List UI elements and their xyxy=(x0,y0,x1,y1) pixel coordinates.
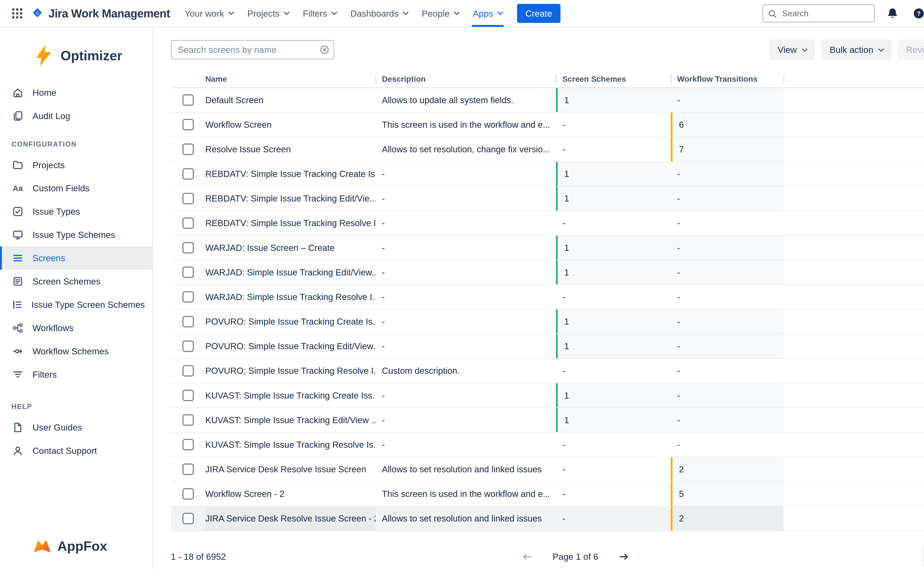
sidebar-nav: HomeAudit LogCONFIGURATIONProjectsAaCust… xyxy=(0,81,152,463)
table-body: Default Screen Allows to update all syst… xyxy=(171,88,924,531)
clear-search-icon[interactable] xyxy=(319,44,330,55)
issue-types-icon xyxy=(11,205,24,218)
table-row[interactable]: Default Screen Allows to update all syst… xyxy=(171,88,924,113)
table-row[interactable]: REBDATV: Simple Issue Tracking Edit/Vie.… xyxy=(171,187,924,211)
screen-description: This screen is used in the workflow and … xyxy=(375,113,556,137)
row-checkbox-cell xyxy=(171,113,205,137)
notifications-bell-icon[interactable] xyxy=(884,5,901,22)
sidebar-item-custom-fields[interactable]: AaCustom Fields xyxy=(0,176,152,200)
row-checkbox[interactable] xyxy=(182,218,194,229)
sidebar-item-label: Workflows xyxy=(32,323,73,333)
screen-schemes-value: - xyxy=(556,359,671,383)
screen-schemes-value: - xyxy=(556,137,671,161)
screen-schemes-value: 1 xyxy=(556,408,671,432)
top-navigation: Jira Work Management Your workProjectsFi… xyxy=(0,0,924,27)
header-name: Name xyxy=(205,71,375,87)
row-filler xyxy=(784,482,924,506)
nav-item-filters[interactable]: Filters xyxy=(296,0,343,27)
nav-search-input[interactable] xyxy=(763,5,875,22)
row-checkbox[interactable] xyxy=(182,365,194,377)
review-changes-button[interactable]: Review changes xyxy=(898,40,924,60)
table-row[interactable]: WARJAD: Issue Screen – Create - 1 - xyxy=(171,236,924,260)
row-checkbox-cell xyxy=(171,285,205,309)
create-button[interactable]: Create xyxy=(517,4,561,23)
row-checkbox[interactable] xyxy=(182,119,194,130)
row-checkbox[interactable] xyxy=(182,242,194,253)
previous-page-arrow-icon[interactable] xyxy=(518,548,536,566)
row-checkbox[interactable] xyxy=(182,316,194,327)
table-row[interactable]: WARJAD: Simple Issue Tracking Edit/View.… xyxy=(171,260,924,285)
next-page-arrow-icon[interactable] xyxy=(615,548,633,566)
jira-logo[interactable]: Jira Work Management xyxy=(27,0,178,27)
sidebar-item-user-guides[interactable]: User Guides xyxy=(0,416,152,439)
screen-description: Allows to set resolution and linked issu… xyxy=(375,457,556,481)
row-checkbox[interactable] xyxy=(182,266,194,278)
sidebar-item-projects[interactable]: Projects xyxy=(0,154,152,177)
sidebar-item-issue-type-screen-schemes[interactable]: Issue Type Screen Schemes xyxy=(0,293,152,316)
row-checkbox[interactable] xyxy=(182,439,194,450)
row-checkbox[interactable] xyxy=(182,143,194,155)
sidebar-item-label: Contact Support xyxy=(32,446,97,456)
sidebar-item-issue-type-schemes[interactable]: Issue Type Schemes xyxy=(0,223,152,246)
row-checkbox[interactable] xyxy=(182,414,194,426)
sidebar-item-screen-schemes[interactable]: Screen Schemes xyxy=(0,270,152,293)
table-row[interactable]: KUVAST: Simple Issue Tracking Resolve Is… xyxy=(171,432,924,457)
nav-item-label: Filters xyxy=(303,8,327,19)
table-row[interactable]: Resolve Issue Screen Allows to set resol… xyxy=(171,137,924,162)
row-checkbox[interactable] xyxy=(182,488,194,500)
table-row[interactable]: KUVAST: Simple Issue Tracking Create Iss… xyxy=(171,383,924,408)
nav-item-your-work[interactable]: Your work xyxy=(178,0,240,27)
row-checkbox[interactable] xyxy=(182,94,194,106)
row-filler xyxy=(784,113,924,137)
sidebar-item-workflows[interactable]: Workflows xyxy=(0,316,152,339)
row-checkbox[interactable] xyxy=(182,464,194,475)
table-row[interactable]: POVURO: Simple Issue Tracking Edit/View.… xyxy=(171,334,924,359)
nav-item-label: Dashboards xyxy=(350,8,398,19)
bulk-action-button[interactable]: Bulk action xyxy=(821,40,892,60)
chevron-down-icon xyxy=(403,9,409,15)
sidebar-item-filters[interactable]: Filters xyxy=(0,363,152,386)
table-row[interactable]: JIRA Service Desk Resolve Issue Screen -… xyxy=(171,507,924,531)
screen-schemes-value: 1 xyxy=(556,309,671,333)
row-checkbox[interactable] xyxy=(182,193,194,204)
nav-item-apps[interactable]: Apps xyxy=(466,0,509,27)
row-checkbox-cell xyxy=(171,236,205,260)
table-row[interactable]: POVURO: Simple Issue Tracking Create Is.… xyxy=(171,309,924,334)
table-row[interactable]: WARJAD: Simple Issue Tracking Resolve I.… xyxy=(171,285,924,309)
nav-item-projects[interactable]: Projects xyxy=(240,0,296,27)
row-checkbox-cell xyxy=(171,88,205,112)
chevron-down-icon xyxy=(878,46,884,52)
screens-search-input[interactable] xyxy=(171,40,334,59)
screen-description: This screen is used in the workflow and … xyxy=(375,482,556,506)
sidebar-item-audit-log[interactable]: Audit Log xyxy=(0,104,152,128)
sidebar-item-contact-support[interactable]: Contact Support xyxy=(0,439,152,463)
screen-name: POVURO: Simple Issue Tracking Create Is.… xyxy=(205,309,375,333)
table-row[interactable]: POVURO: Simple Issue Tracking Resolve I.… xyxy=(171,359,924,383)
view-button[interactable]: View xyxy=(769,40,815,60)
row-checkbox[interactable] xyxy=(182,291,194,303)
row-checkbox[interactable] xyxy=(182,513,194,524)
sidebar-item-home[interactable]: Home xyxy=(0,81,152,104)
table-row[interactable]: REBDATV: Simple Issue Tracking Resolve I… xyxy=(171,211,924,236)
row-filler xyxy=(784,187,924,211)
row-checkbox[interactable] xyxy=(182,168,194,180)
row-checkbox[interactable] xyxy=(182,390,194,401)
screen-description: - xyxy=(375,162,556,186)
table-row[interactable]: Workflow Screen - 2 This screen is used … xyxy=(171,482,924,507)
app-switcher-icon[interactable] xyxy=(8,4,27,23)
sidebar-item-screens[interactable]: Screens xyxy=(0,246,152,270)
sidebar-item-workflow-schemes[interactable]: Workflow Schemes xyxy=(0,339,152,363)
table-row[interactable]: REBDATV: Simple Issue Tracking Create Is… xyxy=(171,162,924,187)
nav-item-dashboards[interactable]: Dashboards xyxy=(343,0,415,27)
table-row[interactable]: KUVAST: Simple Issue Tracking Edit/View … xyxy=(171,408,924,432)
row-checkbox[interactable] xyxy=(182,341,194,352)
nav-item-people[interactable]: People xyxy=(415,0,466,27)
help-icon[interactable]: ? xyxy=(910,5,924,22)
table-row[interactable]: JIRA Service Desk Resolve Issue Screen A… xyxy=(171,457,924,482)
workflow-transitions-value: - xyxy=(671,187,784,211)
row-filler xyxy=(784,432,924,456)
sidebar-item-issue-types[interactable]: Issue Types xyxy=(0,200,152,223)
table-row[interactable]: Workflow Screen This screen is used in t… xyxy=(171,113,924,137)
export-button[interactable]: Export xyxy=(922,546,924,567)
row-checkbox-cell xyxy=(171,309,205,333)
